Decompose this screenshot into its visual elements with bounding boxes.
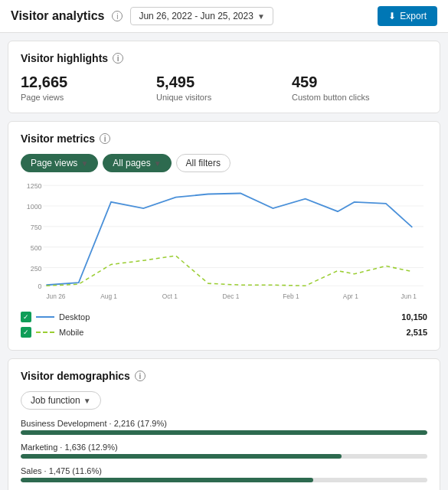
metrics-filters: Page views ▼ All pages ▼ All filters — [21, 154, 427, 172]
info-icon[interactable]: i — [112, 11, 123, 21]
button-clicks-value: 459 — [292, 74, 427, 91]
visitor-highlights-card: Visitor highlights i 12,665 Page views 5… — [8, 41, 440, 113]
svg-text:1000: 1000 — [27, 203, 42, 211]
svg-text:0: 0 — [38, 283, 42, 290]
job-function-filter[interactable]: Job function ▼ — [21, 391, 101, 410]
highlight-page-views: 12,665 Page views — [21, 74, 156, 102]
visitor-demographics-card: Visitor demographics i Job function ▼ Bu… — [8, 358, 440, 490]
metrics-title: Visitor metrics i — [21, 132, 427, 145]
svg-text:Feb 1: Feb 1 — [283, 292, 299, 300]
svg-text:Oct 1: Oct 1 — [162, 292, 178, 300]
export-button[interactable]: ⬇ Export — [378, 6, 437, 26]
mobile-checkbox[interactable]: ✓ — [21, 327, 31, 338]
top-bar-left: Visitor analytics i Jun 26, 2022 - Jun 2… — [11, 7, 273, 25]
svg-text:500: 500 — [31, 244, 42, 252]
metrics-info-icon[interactable]: i — [100, 133, 110, 144]
highlights-info-icon[interactable]: i — [113, 53, 123, 64]
chart-svg: 1250 1000 750 500 250 0 Jun 26 Aug 1 Oct… — [21, 181, 427, 304]
svg-text:Jun 26: Jun 26 — [46, 292, 65, 300]
demographics-title: Visitor demographics i — [21, 370, 427, 382]
bar-fill — [21, 454, 342, 459]
demo-bar-marketing: Marketing · 1,636 (12.9%) — [21, 443, 427, 459]
desktop-label: Desktop — [59, 312, 90, 322]
date-range-label: Jun 26, 2022 - Jun 25, 2023 — [139, 11, 253, 21]
svg-text:750: 750 — [31, 224, 42, 231]
svg-text:Dec 1: Dec 1 — [223, 292, 240, 300]
legend-mobile: ✓ Mobile 2,515 — [21, 325, 427, 339]
mobile-line-icon — [36, 332, 54, 333]
svg-text:250: 250 — [31, 264, 42, 272]
export-label: Export — [400, 11, 427, 21]
demographics-info-icon[interactable]: i — [135, 371, 146, 381]
page-title: Visitor analytics — [11, 9, 104, 23]
all-pages-filter[interactable]: All pages ▼ — [103, 154, 171, 172]
svg-text:Aug 1: Aug 1 — [100, 292, 117, 300]
button-clicks-label: Custom button clicks — [292, 93, 427, 102]
bar-fill — [21, 430, 427, 435]
demo-bar-business-dev: Business Development · 2,216 (17.9%) — [21, 419, 427, 435]
svg-text:Apr 1: Apr 1 — [343, 292, 358, 300]
top-bar: Visitor analytics i Jun 26, 2022 - Jun 2… — [0, 0, 448, 33]
unique-visitors-value: 5,495 — [156, 74, 292, 91]
desktop-checkbox[interactable]: ✓ — [21, 312, 31, 322]
chevron-down-icon: ▼ — [83, 397, 91, 405]
page-views-value: 12,665 — [21, 74, 156, 91]
visitor-metrics-card: Visitor metrics i Page views ▼ All pages… — [8, 121, 440, 351]
legend-desktop: ✓ Desktop 10,150 — [21, 310, 427, 324]
svg-text:1250: 1250 — [27, 182, 42, 190]
demo-bar-sales: Sales · 1,475 (11.6%) — [21, 466, 427, 482]
chevron-down-icon: ▼ — [257, 12, 265, 21]
all-filters-button[interactable]: All filters — [176, 154, 231, 172]
highlights-title: Visitor highlights i — [21, 52, 427, 64]
highlight-unique-visitors: 5,495 Unique visitors — [156, 74, 292, 102]
svg-text:Jun 1: Jun 1 — [401, 292, 417, 300]
chevron-down-icon: ▼ — [154, 159, 162, 168]
desktop-value: 10,150 — [401, 312, 427, 322]
date-range-button[interactable]: Jun 26, 2022 - Jun 25, 2023 ▼ — [130, 7, 273, 25]
unique-visitors-label: Unique visitors — [156, 93, 292, 102]
highlight-button-clicks: 459 Custom button clicks — [292, 74, 427, 102]
desktop-line-icon — [36, 316, 54, 318]
bar-fill — [21, 478, 313, 482]
chevron-down-icon: ▼ — [80, 159, 88, 168]
page-views-filter[interactable]: Page views ▼ — [21, 154, 98, 172]
mobile-label: Mobile — [59, 328, 83, 337]
mobile-value: 2,515 — [406, 328, 427, 337]
chart-legend: ✓ Desktop 10,150 ✓ Mobile 2,515 — [21, 310, 427, 339]
highlights-row: 12,665 Page views 5,495 Unique visitors … — [21, 74, 427, 102]
demographics-filter: Job function ▼ — [21, 391, 427, 410]
download-icon: ⬇ — [388, 11, 396, 21]
demo-bars-list: Business Development · 2,216 (17.9%) Mar… — [21, 419, 427, 490]
metrics-chart: 1250 1000 750 500 250 0 Jun 26 Aug 1 Oct… — [21, 181, 427, 304]
page-views-label: Page views — [21, 93, 156, 102]
